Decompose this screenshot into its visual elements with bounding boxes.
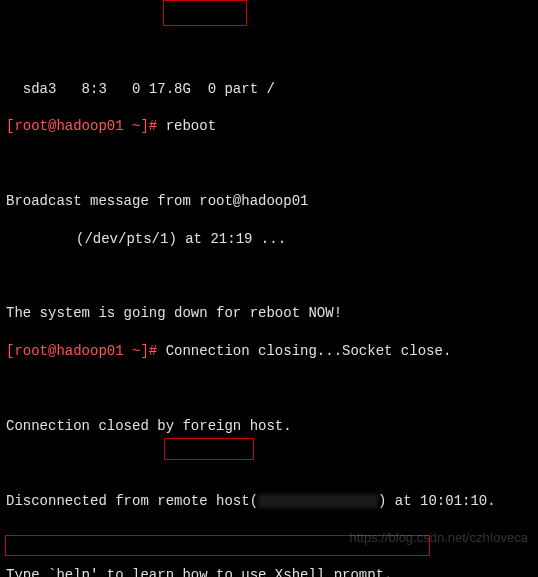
going-down-msg: The system is going down for reboot NOW! (6, 304, 532, 323)
broadcast-msg-2: (/dev/pts/1) at 21:19 ... (6, 230, 532, 249)
disconnected-text-a: Disconnected from remote host( (6, 493, 258, 509)
blank-line (6, 268, 532, 286)
prompt-reboot-line: [root@hadoop01 ~]# reboot (6, 117, 532, 136)
disconnected-text-b: ) at 10:01:10. (378, 493, 496, 509)
highlight-box-reboot (163, 0, 247, 26)
closing-line: [root@hadoop01 ~]# Connection closing...… (6, 342, 532, 361)
prompt-root: [root@hadoop01 ~]# (6, 343, 157, 359)
broadcast-msg-1: Broadcast message from root@hadoop01 (6, 192, 532, 211)
closed-msg: Connection closed by foreign host. (6, 417, 532, 436)
cutoff-top: sda3 8:3 0 17.8G 0 part / (6, 80, 532, 99)
prompt-root: [root@hadoop01 ~]# (6, 118, 157, 134)
cmd-reboot: reboot (157, 118, 216, 134)
disconnected-line: Disconnected from remote host() at 10:01… (6, 492, 532, 511)
help-msg: Type `help' to learn how to use Xshell p… (6, 566, 532, 577)
blank-line (6, 155, 532, 173)
redacted-host (258, 494, 378, 508)
blank-line (6, 455, 532, 473)
watermark-text: https://blog.csdn.net/czhIoveca (350, 529, 529, 547)
closing-text: Connection closing...Socket close. (157, 343, 451, 359)
blank-line (6, 380, 532, 398)
